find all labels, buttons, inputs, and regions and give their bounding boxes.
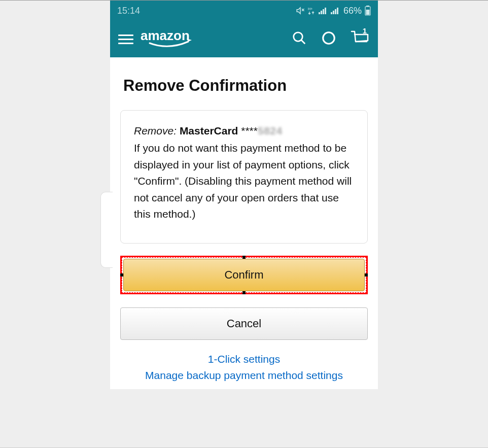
page-title: Remove Confirmation: [123, 77, 368, 95]
confirmation-card: Remove: MasterCard ****5824 If you do no…: [120, 110, 368, 244]
signal-icon-1: [318, 7, 327, 15]
nav-bar: amazon 1: [110, 21, 378, 57]
svg-rect-9: [335, 9, 336, 14]
svg-rect-13: [366, 10, 370, 15]
svg-line-16: [301, 40, 305, 44]
mute-icon: [296, 6, 305, 15]
phone-screen: 15:14 H+ 66% amazon: [110, 1, 378, 389]
side-tab: [100, 192, 113, 268]
cart-icon: [351, 29, 370, 47]
cart-button[interactable]: 1: [351, 29, 370, 49]
mask-prefix: ****: [241, 125, 258, 136]
description-text: If you do not want this payment method t…: [134, 140, 354, 223]
svg-rect-6: [325, 8, 326, 14]
masked-digits: 5824: [258, 125, 283, 136]
status-time: 15:14: [117, 6, 140, 16]
data-icon: H+: [308, 7, 315, 15]
amazon-logo[interactable]: amazon: [141, 29, 206, 49]
svg-rect-4: [321, 11, 322, 14]
battery-percent: 66%: [343, 6, 362, 16]
svg-text:amazon: amazon: [141, 29, 190, 43]
remove-line: Remove: MasterCard ****5824: [134, 125, 354, 137]
status-icons: H+ 66%: [296, 6, 371, 16]
confirm-button[interactable]: Confirm: [123, 259, 365, 291]
one-click-settings-link[interactable]: 1-Click settings: [120, 351, 368, 368]
manage-backup-link[interactable]: Manage backup payment method settings: [120, 367, 368, 384]
cart-count: 1: [363, 26, 367, 35]
card-type: MasterCard: [180, 125, 238, 136]
search-button[interactable]: [292, 30, 307, 48]
svg-rect-3: [319, 12, 320, 14]
confirm-highlight: Confirm: [120, 256, 368, 294]
svg-point-17: [323, 32, 335, 44]
menu-button[interactable]: [118, 35, 133, 44]
status-bar: 15:14 H+ 66%: [110, 1, 378, 21]
circle-icon: [321, 30, 336, 46]
alexa-button[interactable]: [321, 30, 336, 48]
battery-icon: [365, 6, 371, 16]
screenshot-frame: 15:14 H+ 66% amazon: [0, 0, 488, 448]
remove-label: Remove:: [134, 125, 177, 136]
footer-links: 1-Click settings Manage backup payment m…: [120, 351, 368, 384]
main-content: Remove Confirmation Remove: MasterCard *…: [110, 57, 378, 389]
svg-rect-5: [323, 9, 324, 14]
search-icon: [292, 30, 307, 46]
svg-rect-7: [331, 12, 332, 14]
svg-rect-8: [333, 11, 334, 14]
svg-rect-10: [337, 8, 338, 14]
svg-point-15: [294, 32, 303, 42]
cancel-button[interactable]: Cancel: [120, 307, 368, 340]
svg-text:H+: H+: [308, 7, 312, 11]
signal-icon-2: [330, 7, 339, 15]
